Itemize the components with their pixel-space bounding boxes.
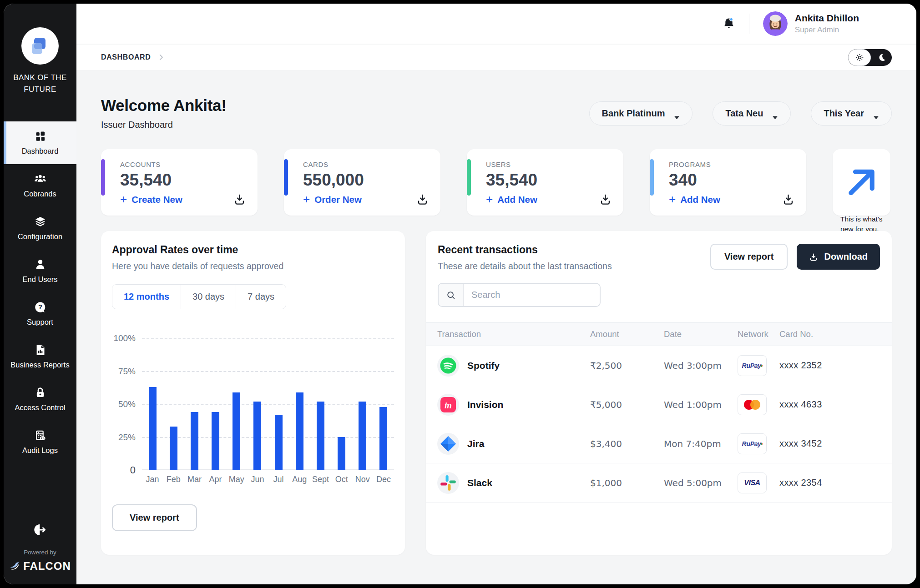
sidebar-item-dashboard[interactable]: Dashboard: [4, 121, 76, 164]
transaction-card-number: xxxx 2354: [779, 477, 892, 488]
download-icon[interactable]: [599, 193, 612, 206]
transactions-view-report-button[interactable]: View report: [710, 244, 788, 270]
whats-new-card[interactable]: This is what's new for you.: [833, 149, 890, 216]
transaction-row-slack[interactable]: Slack$1,000Wed 5:00pmVISAxxxx 2354: [426, 463, 892, 503]
stat-card-users: USERS35,540+Add New: [467, 149, 623, 216]
sidebar-item-business-reports[interactable]: Business Reports: [4, 335, 76, 378]
range-tab-30-days[interactable]: 30 days: [181, 285, 236, 309]
x-axis-label: Feb: [163, 475, 184, 484]
search-icon: [439, 284, 464, 306]
network-badge: RuPay››: [738, 355, 767, 376]
sidebar-item-configuration[interactable]: Configuration: [4, 207, 76, 250]
chart-bar-jan: [149, 387, 157, 470]
stat-accent-bar: [467, 159, 471, 196]
transactions-table: TransactionAmountDateNetworkCard No. Spo…: [426, 322, 892, 503]
dark-mode-moon-icon[interactable]: [877, 53, 886, 62]
download-label: Download: [824, 251, 868, 262]
download-icon: [809, 252, 818, 261]
transaction-row-jira[interactable]: Jira$3,400Mon 7:40pmRuPay››xxxx 3452: [426, 424, 892, 463]
profile-menu[interactable]: Ankita Dhillon Super Admin: [763, 11, 859, 36]
sidebar-item-support[interactable]: ?Support: [4, 292, 76, 335]
column-header-network: Network: [738, 329, 779, 339]
transaction-date: Wed 3:00pm: [664, 360, 738, 371]
tx-head-text: Recent transactions These are details ab…: [438, 244, 612, 271]
chart-bar-aug: [296, 392, 303, 470]
sidebar-bottom: Powered by FALCON: [4, 523, 76, 584]
filter-dropdown-program[interactable]: Bank Platinum: [589, 101, 693, 126]
approval-subtitle: Here you have details of requests approv…: [112, 261, 394, 271]
stat-value: 340: [669, 171, 794, 190]
sidebar-item-label: Dashboard: [22, 147, 59, 156]
stat-value: 550,000: [303, 171, 429, 190]
transaction-row-spotify[interactable]: Spotify₹2,500Wed 3:00pmRuPay››xxxx 2352: [426, 346, 892, 385]
search-input[interactable]: [464, 284, 600, 306]
download-icon[interactable]: [416, 193, 429, 206]
range-tab-7-days[interactable]: 7 days: [236, 285, 286, 309]
transaction-amount: $3,400: [590, 438, 664, 449]
stat-action-button[interactable]: +Add New: [486, 194, 537, 206]
falcon-name: FALCON: [23, 560, 71, 573]
breadcrumb: DASHBOARD: [101, 53, 165, 61]
sidebar-item-label: End Users: [22, 275, 57, 284]
stats-row: ACCOUNTS35,540+Create NewCARDS550,000+Or…: [101, 149, 892, 216]
breadcrumb-dashboard[interactable]: DASHBOARD: [101, 53, 151, 61]
stat-action-button[interactable]: +Add New: [669, 194, 720, 206]
brand-name: BANK OF THE FUTURE: [4, 72, 76, 96]
transaction-amount: $1,000: [590, 477, 664, 488]
y-axis-tick: 25%: [118, 432, 136, 442]
theme-toggle[interactable]: [848, 49, 892, 66]
notifications-bell-icon[interactable]: [722, 16, 736, 31]
arrow-up-right-icon: [840, 200, 883, 208]
chart-x-labels: JanFebMarAprMayJunJulAugSeptOctNovDec: [142, 475, 394, 484]
column-header-transaction: Transaction: [437, 329, 590, 339]
light-mode-sun-icon[interactable]: [848, 49, 871, 66]
transaction-date: Mon 7:40pm: [664, 438, 738, 449]
stat-card-programs: PROGRAMS340+Add New: [650, 149, 806, 216]
transaction-name: Slack: [467, 477, 492, 488]
transaction-row-invision[interactable]: inInvision₹5,000Wed 1:00pmxxxx 4633: [426, 385, 892, 424]
stat-action-button[interactable]: +Order New: [303, 194, 362, 206]
table-header: TransactionAmountDateNetworkCard No.: [426, 322, 892, 346]
sidebar-item-access-control[interactable]: Access Control: [4, 378, 76, 421]
y-axis-tick: 50%: [118, 399, 136, 409]
download-icon[interactable]: [782, 193, 794, 206]
sidebar-item-end-users[interactable]: End Users: [4, 250, 76, 292]
breadcrumb-bar: DASHBOARD: [76, 44, 916, 70]
plus-icon: +: [120, 193, 127, 205]
logout-icon[interactable]: [33, 523, 47, 537]
chart-view-report-button[interactable]: View report: [112, 504, 197, 531]
page-subtitle: Issuer Dashboard: [101, 120, 227, 130]
sidebar-item-audit-logs[interactable]: Audit Logs: [4, 421, 76, 463]
transaction-card-number: xxxx 3452: [779, 438, 892, 449]
stat-label: PROGRAMS: [669, 161, 794, 168]
bank-logo: [21, 27, 59, 65]
stat-accent-bar: [284, 159, 288, 196]
chart-y-axis: 100%75%50%25%0: [112, 338, 136, 470]
transactions-download-button[interactable]: Download: [797, 244, 880, 270]
svg-text:in: in: [445, 400, 452, 410]
filter-dropdown-cobrand[interactable]: Tata Neu: [713, 101, 791, 126]
chart-bar-oct: [338, 437, 345, 470]
stat-action-button[interactable]: +Create New: [120, 194, 182, 206]
chart-bar-nov: [359, 402, 366, 470]
x-axis-label: Jul: [268, 475, 289, 484]
access-control-icon: [34, 387, 46, 399]
x-axis-label: Sept: [310, 475, 331, 484]
network-badge: [738, 394, 767, 415]
filter-dropdown-period[interactable]: This Year: [811, 101, 892, 126]
range-tab-12-months[interactable]: 12 months: [112, 285, 181, 309]
topbar: Ankita Dhillon Super Admin: [76, 4, 916, 44]
rupay-logo: RuPay: [742, 440, 761, 447]
cobrands-icon: [34, 173, 46, 185]
download-icon[interactable]: [233, 193, 246, 206]
svg-text:?: ?: [38, 303, 42, 311]
falcon-logo: FALCON: [9, 560, 71, 573]
mastercard-logo: [744, 400, 760, 410]
stat-value: 35,540: [486, 171, 612, 190]
chart-bar-feb: [170, 427, 177, 470]
transaction-amount: ₹5,000: [590, 399, 664, 410]
sidebar-item-cobrands[interactable]: Cobrands: [4, 164, 76, 207]
stat-card-cards: CARDS550,000+Order New: [284, 149, 440, 216]
transaction-card-number: xxxx 4633: [779, 399, 892, 410]
sidebar-item-label: Business Reports: [10, 361, 69, 369]
